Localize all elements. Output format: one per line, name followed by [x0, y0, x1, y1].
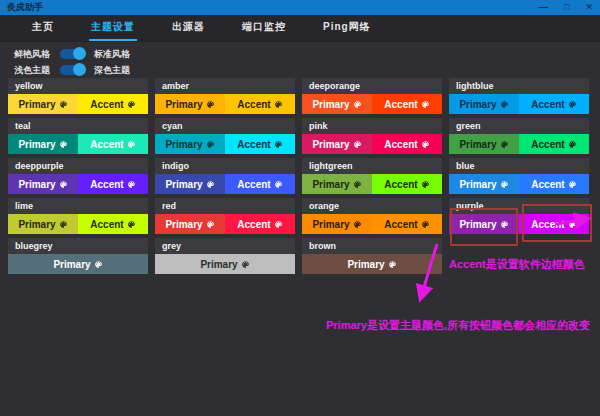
- theme-card-name: lightblue: [449, 78, 589, 94]
- teal-accent-button[interactable]: Accent: [78, 134, 148, 154]
- palette-icon: [59, 220, 68, 229]
- maximize-button[interactable]: □: [564, 0, 569, 15]
- lightgreen-primary-button[interactable]: Primary: [302, 174, 372, 194]
- theme-card-indigo: indigoPrimaryAccent: [155, 158, 295, 194]
- tab-出源器[interactable]: 出源器: [170, 14, 207, 41]
- blue-accent-button[interactable]: Accent: [519, 174, 589, 194]
- yellow-primary-button[interactable]: Primary: [8, 94, 78, 114]
- yellow-accent-button[interactable]: Accent: [78, 94, 148, 114]
- purple-accent-button[interactable]: Accent: [519, 214, 589, 234]
- palette-icon: [274, 140, 283, 149]
- primary-button-label: Primary: [165, 99, 202, 110]
- theme-card-name: amber: [155, 78, 295, 94]
- accent-button-label: Accent: [237, 99, 270, 110]
- deeppurple-primary-button[interactable]: Primary: [8, 174, 78, 194]
- palette-icon: [94, 260, 103, 269]
- palette-icon: [127, 220, 136, 229]
- palette-icon: [206, 180, 215, 189]
- accent-button-label: Accent: [384, 179, 417, 190]
- swatch-button-row: PrimaryAccent: [449, 214, 589, 234]
- green-accent-button[interactable]: Accent: [519, 134, 589, 154]
- primary-button-label: Primary: [459, 179, 496, 190]
- lime-primary-button[interactable]: Primary: [8, 214, 78, 234]
- teal-primary-button[interactable]: Primary: [8, 134, 78, 154]
- toggle-panel: 鲜艳风格 标准风格 浅色主题 深色主题: [14, 46, 130, 78]
- toggle-knob: [73, 47, 86, 60]
- theme-card-name: yellow: [8, 78, 148, 94]
- theme-card-name: indigo: [155, 158, 295, 174]
- amber-accent-button[interactable]: Accent: [225, 94, 295, 114]
- accent-annotation: Accent是设置软件边框颜色: [449, 257, 585, 272]
- palette-icon: [59, 140, 68, 149]
- bluegrey-primary-button[interactable]: Primary: [8, 254, 148, 274]
- palette-icon: [241, 260, 250, 269]
- theme-card-name: blue: [449, 158, 589, 174]
- lime-accent-button[interactable]: Accent: [78, 214, 148, 234]
- close-button[interactable]: ✕: [585, 0, 593, 15]
- palette-icon: [353, 100, 362, 109]
- palette-icon: [568, 180, 577, 189]
- swatch-button-row: PrimaryAccent: [155, 94, 295, 114]
- palette-icon: [127, 140, 136, 149]
- palette-icon: [421, 140, 430, 149]
- purple-primary-button[interactable]: Primary: [449, 214, 519, 234]
- grey-primary-button[interactable]: Primary: [155, 254, 295, 274]
- primary-button-label: Primary: [312, 179, 349, 190]
- palette-icon: [568, 140, 577, 149]
- brown-primary-button[interactable]: Primary: [302, 254, 442, 274]
- palette-icon: [421, 220, 430, 229]
- theme-toggle-row: 浅色主题 深色主题: [14, 62, 130, 78]
- theme-card-name: orange: [302, 198, 442, 214]
- theme-card-lightblue: lightbluePrimaryAccent: [449, 78, 589, 114]
- pink-accent-button[interactable]: Accent: [372, 134, 442, 154]
- orange-accent-button[interactable]: Accent: [372, 214, 442, 234]
- green-primary-button[interactable]: Primary: [449, 134, 519, 154]
- orange-primary-button[interactable]: Primary: [302, 214, 372, 234]
- palette-icon: [500, 100, 509, 109]
- swatch-button-row: PrimaryAccent: [302, 94, 442, 114]
- palette-icon: [421, 180, 430, 189]
- amber-primary-button[interactable]: Primary: [155, 94, 225, 114]
- deeporange-primary-button[interactable]: Primary: [302, 94, 372, 114]
- primary-button-label: Primary: [200, 259, 237, 270]
- pink-primary-button[interactable]: Primary: [302, 134, 372, 154]
- palette-icon: [568, 220, 577, 229]
- dark-theme-label: 深色主题: [94, 64, 130, 77]
- cyan-primary-button[interactable]: Primary: [155, 134, 225, 154]
- tab-Ping网络[interactable]: Ping网络: [321, 14, 373, 41]
- deeppurple-accent-button[interactable]: Accent: [78, 174, 148, 194]
- window-controls: — □ ✕: [539, 0, 593, 15]
- red-accent-button[interactable]: Accent: [225, 214, 295, 234]
- primary-button-label: Primary: [165, 219, 202, 230]
- theme-card-brown: brownPrimary: [302, 238, 442, 274]
- lightgreen-accent-button[interactable]: Accent: [372, 174, 442, 194]
- lightblue-primary-button[interactable]: Primary: [449, 94, 519, 114]
- theme-card-name: deeporange: [302, 78, 442, 94]
- theme-card-deeporange: deeporangePrimaryAccent: [302, 78, 442, 114]
- palette-icon: [274, 180, 283, 189]
- theme-toggle-switch[interactable]: [60, 65, 84, 75]
- tab-主页[interactable]: 主页: [30, 14, 56, 41]
- red-primary-button[interactable]: Primary: [155, 214, 225, 234]
- indigo-accent-button[interactable]: Accent: [225, 174, 295, 194]
- palette-icon: [500, 140, 509, 149]
- indigo-primary-button[interactable]: Primary: [155, 174, 225, 194]
- theme-card-name: green: [449, 118, 589, 134]
- blue-primary-button[interactable]: Primary: [449, 174, 519, 194]
- accent-button-label: Accent: [237, 139, 270, 150]
- minimize-button[interactable]: —: [539, 0, 548, 15]
- palette-icon: [353, 220, 362, 229]
- cyan-accent-button[interactable]: Accent: [225, 134, 295, 154]
- primary-button-label: Primary: [312, 139, 349, 150]
- swatch-button-row: Primary: [302, 254, 442, 274]
- style-toggle-switch[interactable]: [60, 49, 84, 59]
- swatch-button-row: PrimaryAccent: [8, 174, 148, 194]
- theme-card-deeppurple: deeppurplePrimaryAccent: [8, 158, 148, 194]
- accent-button-label: Accent: [531, 139, 564, 150]
- tab-端口监控[interactable]: 端口监控: [240, 14, 288, 41]
- palette-icon: [206, 100, 215, 109]
- lightblue-accent-button[interactable]: Accent: [519, 94, 589, 114]
- tab-主题设置[interactable]: 主题设置: [89, 14, 137, 41]
- theme-card-name: purple: [449, 198, 589, 214]
- deeporange-accent-button[interactable]: Accent: [372, 94, 442, 114]
